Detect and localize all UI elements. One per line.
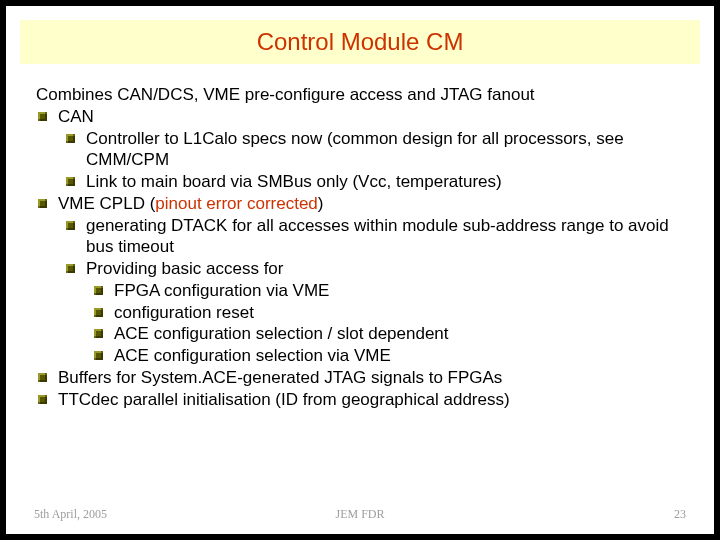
item-label: generating DTACK for all accesses within… xyxy=(86,216,669,257)
list-item: ACE configuration selection via VME xyxy=(92,345,688,367)
item-label: Controller to L1Calo specs now (common d… xyxy=(86,129,624,170)
footer-label: JEM FDR xyxy=(335,507,384,522)
footer-page-number: 23 xyxy=(674,507,686,522)
list-item: Link to main board via SMBus only (Vcc, … xyxy=(64,171,688,193)
slide: Control Module CM Combines CAN/DCS, VME … xyxy=(6,6,714,534)
item-label: Buffers for System.ACE-generated JTAG si… xyxy=(58,368,502,387)
item-label: configuration reset xyxy=(114,303,254,322)
list-item: Providing basic access for FPGA configur… xyxy=(64,258,688,367)
slide-footer: 5th April, 2005 JEM FDR 23 xyxy=(26,504,694,522)
list-item: ACE configuration selection / slot depen… xyxy=(92,323,688,345)
list-item: configuration reset xyxy=(92,302,688,324)
list-item: Controller to L1Calo specs now (common d… xyxy=(64,128,688,172)
item-label: ACE configuration selection / slot depen… xyxy=(114,324,449,343)
item-label: TTCdec parallel initialisation (ID from … xyxy=(58,390,510,409)
item-label-post: ) xyxy=(318,194,324,213)
list-item: VME CPLD (pinout error corrected) genera… xyxy=(36,193,688,367)
list-item: FPGA configuration via VME xyxy=(92,280,688,302)
slide-title: Control Module CM xyxy=(257,28,464,56)
list-item: generating DTACK for all accesses within… xyxy=(64,215,688,259)
list-item: Buffers for System.ACE-generated JTAG si… xyxy=(36,367,688,389)
item-label: FPGA configuration via VME xyxy=(114,281,329,300)
title-band: Control Module CM xyxy=(20,20,700,64)
item-label: CAN xyxy=(58,107,94,126)
footer-date: 5th April, 2005 xyxy=(34,507,107,522)
item-label: Link to main board via SMBus only (Vcc, … xyxy=(86,172,502,191)
item-label: ACE configuration selection via VME xyxy=(114,346,391,365)
bullet-list: CAN Controller to L1Calo specs now (comm… xyxy=(36,106,688,411)
pinout-highlight: pinout error corrected xyxy=(155,194,318,213)
list-item: CAN Controller to L1Calo specs now (comm… xyxy=(36,106,688,193)
item-label: Providing basic access for xyxy=(86,259,283,278)
item-label-pre: VME CPLD ( xyxy=(58,194,155,213)
list-item: TTCdec parallel initialisation (ID from … xyxy=(36,389,688,411)
slide-body: Combines CAN/DCS, VME pre-configure acce… xyxy=(36,84,688,410)
intro-line: Combines CAN/DCS, VME pre-configure acce… xyxy=(36,84,688,106)
